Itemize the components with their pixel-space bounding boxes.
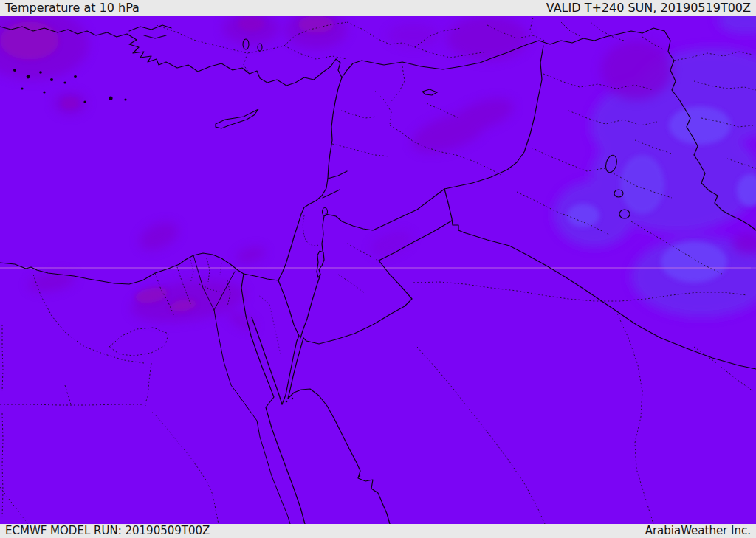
islands-and-lakes: [13, 39, 630, 477]
cyprus-island: [216, 109, 258, 128]
model-run-label: ECMWF MODEL RUN: 20190509T00Z: [5, 525, 210, 537]
valid-time-label: VALID T+240 SUN, 20190519T00Z: [546, 2, 751, 14]
turkish-lake: [258, 44, 262, 51]
header-bar: Temperature at 10 hPa VALID T+240 SUN, 2…: [0, 0, 756, 16]
map-canvas: [0, 16, 756, 524]
footer-bar: ECMWF MODEL RUN: 20190509T00Z ArabiaWeat…: [0, 524, 756, 538]
sea-of-galilee: [323, 208, 328, 216]
lake-assad: [422, 89, 437, 95]
attribution-label: ArabiaWeather Inc.: [645, 525, 751, 537]
weather-map-app: Temperature at 10 hPa VALID T+240 SUN, 2…: [0, 0, 756, 538]
weather-map-svg: [0, 16, 756, 524]
map-title: Temperature at 10 hPa: [5, 2, 140, 14]
